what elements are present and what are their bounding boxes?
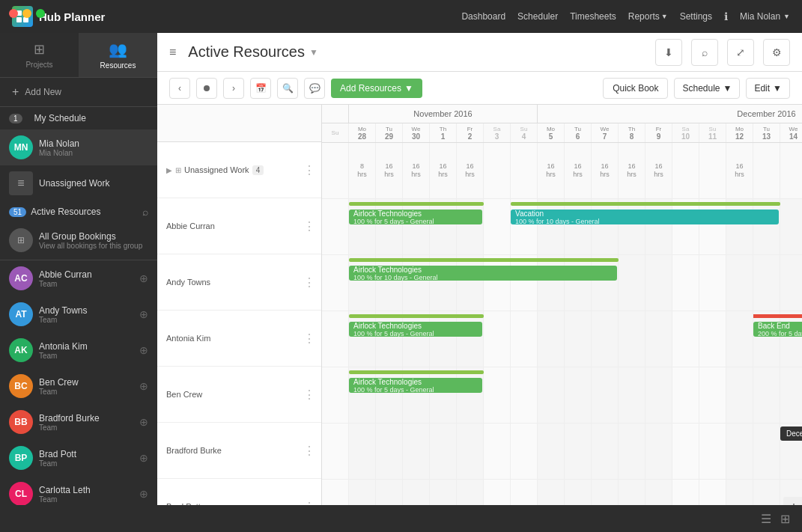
bradford-row-menu[interactable]: ⋮: [303, 444, 315, 458]
empty-month-cell: [322, 105, 349, 123]
next-button[interactable]: ›: [223, 78, 244, 99]
collapse-sidebar-icon[interactable]: ≡: [169, 46, 176, 59]
nav-scheduler[interactable]: Scheduler: [517, 11, 558, 22]
schedule-button[interactable]: Schedule ▼: [674, 78, 740, 99]
ben-booking[interactable]: Airlock Technologies 100 % for 5 days - …: [349, 378, 482, 393]
antonia-red-1: [753, 314, 780, 318]
antonia-booking-2[interactable]: Back End 200 % for 5 days - General: [753, 322, 802, 337]
abbie-row-menu[interactable]: ⋮: [303, 219, 315, 233]
window-maximize-dot[interactable]: [36, 9, 45, 18]
sidebar-person-0[interactable]: AC Abbie Curran Team ⊕: [0, 260, 157, 296]
window-close-dot[interactable]: [9, 9, 18, 18]
add-resources-button[interactable]: Add Resources ▼: [331, 79, 422, 98]
title-dropdown-arrow[interactable]: ▼: [309, 47, 318, 58]
schedule-arrow: ▼: [723, 83, 732, 94]
search-button[interactable]: ⌕: [691, 39, 718, 66]
ben-row-menu[interactable]: ⋮: [303, 388, 315, 402]
antonia-kim-row-label[interactable]: Antonia Kim ⋮: [157, 311, 321, 367]
antonia-info: Antonia Kim Team: [39, 341, 133, 360]
bradford-burke-row-label[interactable]: Bradford Burke ⋮: [157, 423, 321, 479]
zoom-button[interactable]: 🔍: [277, 78, 298, 99]
prev-button[interactable]: ‹: [169, 78, 190, 99]
expand-icon: ⤢: [736, 46, 745, 58]
quick-book-button[interactable]: Quick Book: [603, 78, 668, 99]
ben-avail-bar: [349, 370, 484, 374]
antonia-red-2: [780, 314, 802, 318]
content-toolbar: ≡ Active Resources ▼ ⬇ ⌕ ⤢ ⚙: [157, 33, 802, 72]
unassigned-work-grid-row[interactable]: 8hrs 16hrs 16hrs 16hrs 16hrs: [322, 143, 802, 199]
expand-button[interactable]: ⤢: [727, 39, 754, 66]
download-button[interactable]: ⬇: [655, 39, 682, 66]
svg-rect-3: [23, 17, 28, 22]
brad-pott-grid-row[interactable]: ⋮: [322, 480, 802, 505]
antonia-booking-1[interactable]: Airlock Technologies 100 % for 5 days - …: [349, 322, 482, 337]
sidebar-person-2[interactable]: AK Antonia Kim Team ⊕: [0, 332, 157, 368]
nav-settings[interactable]: Settings: [680, 11, 712, 22]
sidebar-person-4[interactable]: BB Bradford Burke Team ⊕: [0, 404, 157, 440]
day-header-su27: Su: [322, 123, 349, 142]
person-settings-0[interactable]: ⊕: [139, 272, 148, 284]
nav-reports[interactable]: Reports▼: [628, 11, 668, 22]
person-settings-6[interactable]: ⊕: [139, 488, 148, 500]
abbie-curran-row-label[interactable]: Abbie Curran ⋮: [157, 198, 321, 254]
sidebar-person-3[interactable]: BC Ben Crew Team ⊕: [0, 368, 157, 404]
download-icon: ⬇: [664, 46, 673, 58]
grid-view-icon[interactable]: ⊞: [780, 512, 790, 526]
brad-row-menu[interactable]: ⋮: [303, 500, 315, 506]
abbie-booking-1[interactable]: Airlock Technologies 100 % for 5 days - …: [349, 210, 482, 224]
main-content: ≡ Active Resources ▼ ⬇ ⌕ ⤢ ⚙ ‹: [157, 33, 802, 505]
active-resources-header[interactable]: 51 Active Resources ⌕: [0, 201, 157, 222]
my-schedule-item[interactable]: MN Mia Nolan Mia Nolan: [0, 129, 157, 165]
nav-timesheets[interactable]: Timesheets: [570, 11, 616, 22]
antonia-kim-avatar: AK: [9, 338, 33, 362]
person-settings-2[interactable]: ⊕: [139, 344, 148, 356]
andy-booking[interactable]: Airlock Technologies 100 % for 10 days -…: [349, 266, 617, 281]
nav-dashboard[interactable]: Dashboard: [461, 11, 505, 22]
abbie-curran-grid-row[interactable]: Airlock Technologies 100 % for 5 days - …: [322, 199, 802, 255]
day-header-su11: Su11: [699, 123, 726, 142]
active-resources-count: 51: [9, 207, 26, 217]
abbie-booking-2[interactable]: Vacation 100 % for 10 days - General: [511, 210, 779, 224]
settings-button[interactable]: ⚙: [763, 39, 790, 66]
my-schedule-number: 1: [9, 114, 22, 123]
unassigned-row-menu[interactable]: ⋮: [303, 163, 315, 177]
antonia-kim-grid-row[interactable]: Airlock Technologies 100 % for 5 days - …: [322, 311, 802, 367]
unassigned-expand-icon[interactable]: ▶: [166, 166, 172, 174]
user-menu[interactable]: Mia Nolan ▼: [740, 11, 790, 22]
andy-towns-row-label[interactable]: Andy Towns ⋮: [157, 254, 321, 311]
add-new-button[interactable]: + Add New: [0, 78, 157, 107]
list-view-icon[interactable]: ☰: [761, 512, 771, 526]
brad-cell-menu[interactable]: ⋮: [783, 497, 803, 505]
person-settings-4[interactable]: ⊕: [139, 416, 148, 428]
sidebar-person-5[interactable]: BP Brad Pott Team ⊕: [0, 440, 157, 476]
ben-crew-avatar: BC: [9, 374, 33, 398]
ben-crew-grid-row[interactable]: Airlock Technologies 100 % for 5 days - …: [322, 367, 802, 424]
unassigned-work-row-label[interactable]: ▶ ⊞ Unassigned Work 4 ⋮: [157, 142, 321, 198]
edit-button[interactable]: Edit ▼: [746, 78, 790, 99]
person-settings-3[interactable]: ⊕: [139, 380, 148, 392]
window-minimize-dot[interactable]: [22, 9, 31, 18]
person-settings-5[interactable]: ⊕: [139, 452, 148, 464]
today-button[interactable]: [196, 78, 217, 99]
my-schedule-header[interactable]: 1 My Schedule: [0, 107, 157, 129]
antonia-row-menu[interactable]: ⋮: [303, 331, 315, 346]
sidebar-person-1[interactable]: AT Andy Towns Team ⊕: [0, 296, 157, 332]
unassigned-work-item[interactable]: ≡ Unassigned Work: [0, 165, 157, 201]
sidebar-tab-resources[interactable]: 👥 Resources: [79, 33, 157, 77]
search-resources-icon[interactable]: ⌕: [142, 206, 148, 218]
andy-row-menu[interactable]: ⋮: [303, 275, 315, 290]
all-group-bookings-item[interactable]: ⊞ All Group Bookings View all bookings f…: [0, 222, 157, 260]
group-icon: ⊞: [9, 228, 33, 252]
sidebar: ⊞ Projects 👥 Resources + Add New 1 My Sc…: [0, 33, 157, 505]
andy-towns-grid-row[interactable]: Airlock Technologies 100 % for 10 days -…: [322, 255, 802, 311]
calendar-icon-btn[interactable]: 📅: [250, 78, 271, 99]
person-settings-1[interactable]: ⊕: [139, 308, 148, 320]
brad-pott-row-label[interactable]: Brad Pott ⋮: [157, 479, 321, 505]
day-header-sa3: Sa3: [484, 123, 511, 142]
sidebar-tab-projects[interactable]: ⊞ Projects: [0, 33, 79, 77]
ben-crew-row-label[interactable]: Ben Crew ⋮: [157, 367, 321, 423]
bradford-burke-grid-row[interactable]: December 14, 2016 December 15, 2016: [322, 424, 802, 480]
ben-info: Ben Crew Team: [39, 377, 133, 396]
chat-button[interactable]: 💬: [304, 78, 325, 99]
sidebar-person-6[interactable]: CL Carlotta Leth Team ⊕: [0, 476, 157, 505]
